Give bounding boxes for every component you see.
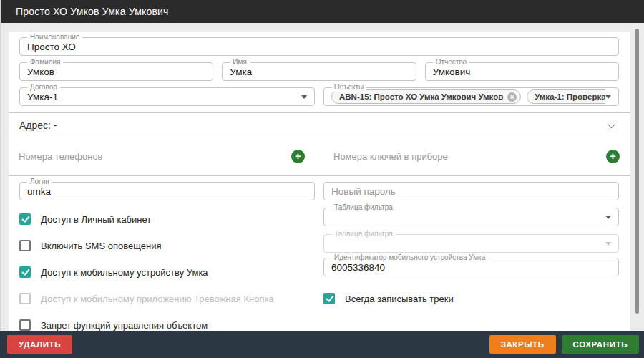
checkbox[interactable] — [19, 240, 31, 251]
left-edge-strip — [0, 0, 1, 331]
client-edit-modal: Просто ХО Умков Умка Умкович Наименовани… — [0, 0, 644, 358]
address-label: Адрес: - — [19, 120, 57, 131]
chevron-down-icon — [605, 95, 611, 99]
checkbox-label: Всегда записывать треки — [345, 294, 454, 304]
chevron-down-icon — [605, 216, 611, 219]
checkbox-label: Доступ к мобильному устройству Умка — [41, 267, 208, 278]
contract-select-value: Умка-1 — [27, 92, 58, 102]
keys-list-label: Номера ключей в приборе — [333, 151, 448, 162]
add-phone-button[interactable]: + — [291, 150, 305, 163]
chevron-down-icon — [301, 95, 307, 99]
object-chip-label: Умка-1: Проверка работы УМКА — [535, 92, 605, 101]
account-left-column: Логин Доступ в Личный кабинет Включить S… — [19, 182, 315, 331]
login-input[interactable] — [27, 186, 307, 197]
filter-table-1-label: Таблица фильтра — [331, 203, 396, 212]
name-field-label: Наименование — [27, 33, 82, 42]
login-field-label: Логин — [27, 178, 52, 186]
modal-header: Просто ХО Умков Умка Умкович — [0, 0, 644, 23]
checkbox-label: Доступ к мобильному приложению Тревожная… — [41, 294, 274, 304]
scrollbar[interactable] — [635, 29, 639, 314]
phones-list: Номера телефонов + — [9, 137, 315, 175]
checkbox[interactable] — [19, 213, 31, 225]
identity-section: Наименование Фамилия Имя Отчество — [9, 32, 630, 113]
checkbox-row-umka-device-access[interactable]: Доступ к мобильному устройству Умка — [19, 266, 315, 278]
filter-table-2-label: Таблица фильтра — [331, 230, 396, 238]
mobile-device-id-label: Идентификатор мобильного устройства Умка — [331, 253, 488, 262]
mobile-device-id-field[interactable]: Идентификатор мобильного устройства Умка — [323, 258, 619, 276]
checkbox-label: Запрет функций управления объектом — [41, 320, 208, 331]
middlename-field[interactable]: Отчество — [425, 62, 619, 81]
form-scroll-area: Наименование Фамилия Имя Отчество — [0, 23, 644, 331]
name-field[interactable]: Наименование — [19, 37, 619, 56]
objects-select-label: Объекты — [331, 83, 366, 92]
save-button[interactable]: СОХРАНИТЬ — [562, 335, 639, 354]
phones-keys-section: Номера телефонов + Номера ключей в прибо… — [9, 137, 630, 176]
account-section: Логин Доступ в Личный кабинет Включить S… — [9, 176, 630, 331]
name-input[interactable] — [27, 42, 611, 52]
checkbox-row-personal-cabinet[interactable]: Доступ в Личный кабинет — [19, 213, 315, 225]
lastname-field[interactable]: Фамилия — [19, 62, 213, 81]
remove-chip-icon[interactable]: × — [507, 92, 517, 102]
filter-table-select-2: Таблица фильтра — [323, 234, 619, 253]
objects-select[interactable]: Объекты ABN-15: Просто ХО Умка Умкович У… — [323, 87, 619, 106]
checkbox[interactable] — [323, 293, 335, 304]
middlename-input[interactable] — [433, 67, 611, 77]
account-right-column: Таблица фильтра Таблица фильтра Идентифи… — [323, 182, 619, 331]
form-card: Наименование Фамилия Имя Отчество — [9, 32, 630, 331]
checkbox[interactable] — [19, 319, 31, 331]
checkbox-row-panic-button-app: Доступ к мобильному приложению Тревожная… — [19, 293, 315, 304]
phones-list-label: Номера телефонов — [19, 151, 103, 162]
objects-chip-list: ABN-15: Просто ХО Умка Умкович Умков × У… — [331, 90, 605, 104]
checkbox-label: Включить SMS оповещения — [41, 241, 161, 251]
modal-footer: УДАЛИТЬ ЗАКРЫТЬ СОХРАНИТЬ — [0, 331, 644, 358]
firstname-input[interactable] — [230, 67, 408, 77]
page-title: Просто ХО Умков Умка Умкович — [16, 6, 169, 17]
add-key-button[interactable]: + — [606, 150, 620, 163]
checkbox[interactable] — [19, 266, 31, 278]
checkbox-row-always-record-tracks[interactable]: Всегда записывать треки — [323, 293, 619, 304]
contract-select[interactable]: Договор Умка-1 — [19, 87, 315, 106]
object-chip[interactable]: Умка-1: Проверка работы УМКА × — [527, 90, 605, 104]
chevron-down-icon[interactable] — [608, 120, 615, 127]
checkbox-label: Доступ в Личный кабинет — [41, 214, 151, 225]
mobile-device-id-input[interactable] — [331, 262, 611, 273]
checkbox-row-control-functions-ban[interactable]: Запрет функций управления объектом — [19, 319, 315, 331]
chevron-down-icon — [605, 242, 611, 246]
firstname-field[interactable]: Имя — [222, 62, 416, 81]
lastname-input[interactable] — [27, 67, 205, 77]
delete-button[interactable]: УДАЛИТЬ — [7, 335, 72, 354]
filter-table-select-1[interactable]: Таблица фильтра — [323, 208, 619, 226]
checkbox — [19, 293, 31, 304]
close-button[interactable]: ЗАКРЫТЬ — [489, 335, 556, 354]
contract-select-label: Договор — [27, 83, 60, 92]
checkbox-row-sms-alerts[interactable]: Включить SMS оповещения — [19, 240, 315, 251]
lastname-field-label: Фамилия — [27, 58, 63, 67]
address-panel[interactable]: Адрес: - — [9, 113, 630, 137]
object-chip[interactable]: ABN-15: Просто ХО Умка Умкович Умков × — [331, 90, 521, 104]
new-password-field[interactable] — [323, 182, 619, 200]
new-password-input[interactable] — [331, 186, 611, 197]
login-field[interactable]: Логин — [19, 182, 315, 200]
middlename-field-label: Отчество — [433, 58, 469, 67]
keys-list: Номера ключей в приборе + — [323, 137, 630, 175]
object-chip-label: ABN-15: Просто ХО Умка Умкович Умков — [339, 92, 503, 101]
firstname-field-label: Имя — [230, 58, 249, 67]
